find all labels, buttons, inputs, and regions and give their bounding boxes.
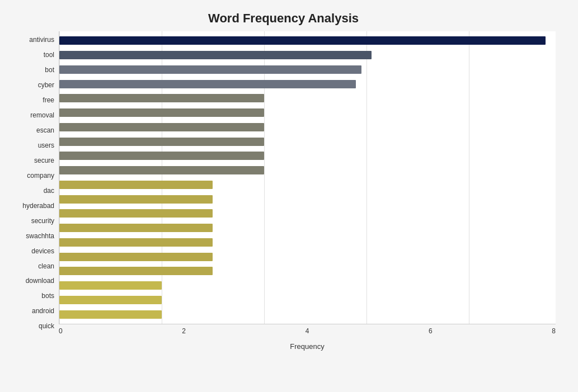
bar-cyber [59,80,356,88]
bar-devices [59,238,213,247]
y-label-download: download [26,277,54,284]
bar-row-swachhta [59,221,556,235]
bar-download [59,267,213,275]
y-label-secure: secure [34,157,54,164]
y-label-free: free [43,97,54,103]
y-label-hyderabad: hyderabad [22,202,54,209]
bar-row-clean [59,249,556,264]
y-label-devices: devices [31,248,54,254]
x-tick-8: 8 [552,327,556,335]
bar-dac [59,181,213,189]
y-label-android: android [32,308,54,314]
y-label-bot: bot [45,67,54,73]
bar-row-removal [59,106,556,120]
bars-and-x: 02468 Frequency [59,31,556,351]
x-tick-2: 2 [182,327,186,335]
y-label-users: users [38,142,54,149]
y-label-quick: quick [39,323,54,329]
chart-title: Word Frequency Analysis [11,11,556,26]
bar-row-secure [59,149,556,163]
y-label-swachhta: swachhta [26,233,54,239]
bar-clean [59,253,213,261]
bar-row-bots [59,278,556,293]
bar-company [59,166,264,174]
y-label-company: company [27,172,54,179]
bar-swachhta [59,224,213,232]
bar-row-escan [59,120,556,135]
y-label-clean: clean [38,263,54,270]
bar-bot [59,65,361,74]
bar-hyderabad [59,195,213,204]
y-label-cyber: cyber [38,82,54,88]
bar-row-android [59,293,556,308]
chart-area: antivirustoolbotcyberfreeremovalescanuse… [11,31,556,351]
bar-row-dac [59,178,556,192]
bar-row-tool [59,48,556,63]
bar-row-devices [59,235,556,250]
y-label-security: security [31,218,54,224]
bar-antivirus [59,36,546,45]
y-label-antivirus: antivirus [29,36,54,43]
bar-row-users [59,134,556,149]
bar-users [59,138,264,146]
x-axis: 02468 [59,324,556,341]
bar-removal [59,108,264,117]
y-label-escan: escan [36,127,54,134]
x-tick-6: 6 [429,327,433,335]
bar-row-security [59,206,556,221]
x-tick-0: 0 [59,327,63,335]
bar-secure [59,152,264,160]
bar-escan [59,123,264,131]
bar-row-company [59,163,556,178]
bar-row-download [59,264,556,278]
y-label-bots: bots [41,292,54,299]
bar-bots [59,281,162,290]
bar-security [59,209,213,218]
bar-quick [59,310,162,319]
bar-row-free [59,91,556,106]
bars-area [59,31,556,324]
bar-tool [59,51,372,59]
bar-free [59,94,264,102]
y-label-dac: dac [44,187,54,194]
y-axis-labels: antivirustoolbotcyberfreeremovalescanuse… [11,31,59,351]
bar-row-antivirus [59,34,556,48]
bar-row-hyderabad [59,192,556,206]
bar-android [59,296,162,304]
y-label-tool: tool [44,51,54,58]
x-tick-4: 4 [306,327,309,335]
bar-row-cyber [59,77,556,91]
bar-row-quick [59,307,556,322]
y-label-removal: removal [30,112,54,119]
bar-row-bot [59,63,556,77]
chart-container: Word Frequency Analysis antivirustoolbot… [0,0,578,392]
x-axis-title: Frequency [59,342,556,351]
